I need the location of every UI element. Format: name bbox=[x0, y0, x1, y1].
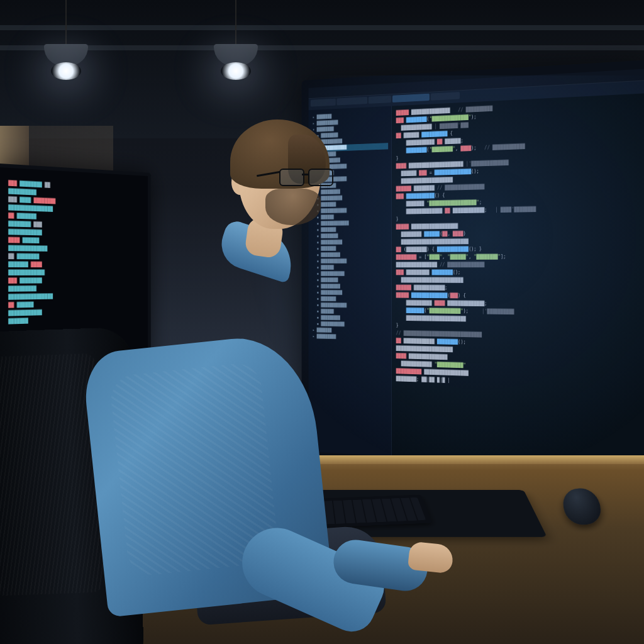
developer-at-desk-scene: ███ ████████ ██ ██████████ ███ ████ ████… bbox=[0, 0, 644, 644]
editor-code-pane: █████ ███████████████ // ██████████ ███ … bbox=[392, 93, 644, 474]
head bbox=[226, 116, 327, 235]
beard bbox=[265, 189, 321, 225]
ceiling-beam bbox=[0, 25, 644, 30]
ceiling-beam bbox=[0, 45, 644, 50]
developer-person bbox=[94, 204, 358, 606]
pendant-lamp bbox=[214, 0, 258, 66]
glasses-icon bbox=[279, 169, 333, 184]
pendant-lamp bbox=[44, 0, 88, 66]
